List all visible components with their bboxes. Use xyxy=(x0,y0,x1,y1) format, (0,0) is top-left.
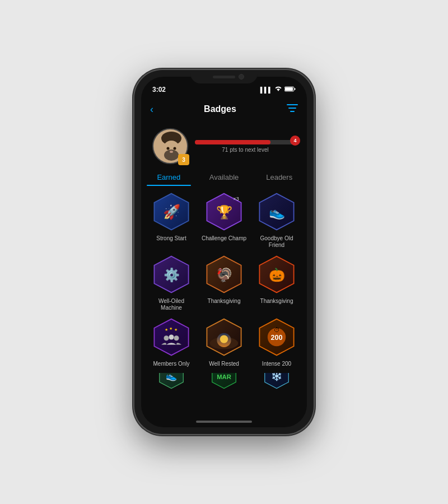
notch xyxy=(190,70,258,83)
tab-bar: Earned Available Leaders xyxy=(141,169,307,186)
badge-strong-start-label: Strong Start xyxy=(156,235,186,242)
svg-text:×3: ×3 xyxy=(233,196,239,202)
progress-text: 71 pts to next level xyxy=(195,147,296,153)
wifi-icon xyxy=(274,86,282,93)
badge-intense-200-label: Intense 200 xyxy=(262,361,291,367)
badge-strong-start[interactable]: 🚀 Strong Start xyxy=(148,192,195,249)
badge-well-oiled-machine-label: Well-Oiled Machine xyxy=(148,298,195,311)
svg-text:🚀: 🚀 xyxy=(163,203,181,221)
svg-rect-1 xyxy=(285,87,293,91)
badge-well-oiled-machine[interactable]: ⚙️ Well-Oiled Machine xyxy=(148,254,195,311)
tab-available[interactable]: Available xyxy=(197,173,252,186)
svg-rect-5 xyxy=(290,111,295,112)
svg-text:★: ★ xyxy=(169,326,172,331)
badge-winged-shoe[interactable]: 👟 xyxy=(148,373,195,401)
badge-challenge-champ-label: Challenge Champ xyxy=(202,235,246,242)
svg-rect-4 xyxy=(288,108,296,109)
home-bar xyxy=(196,421,252,423)
svg-text:🎃: 🎃 xyxy=(269,267,286,283)
svg-text:200: 200 xyxy=(270,334,282,342)
battery-icon xyxy=(284,86,296,93)
level-badge: 3 xyxy=(178,154,189,165)
app-header: ‹ Badges xyxy=(141,97,307,122)
phone-frame: 3:02 ▌▌▌ ‹ Badges xyxy=(134,70,314,434)
status-time: 3:02 xyxy=(152,86,166,94)
badges-grid: 🚀 Strong Start xyxy=(148,192,300,401)
badge-well-rested-label: Well Rested xyxy=(209,361,239,367)
badge-snowflake[interactable]: ❄️ xyxy=(253,373,300,401)
svg-text:⏱: ⏱ xyxy=(274,326,280,333)
svg-point-36 xyxy=(220,335,228,343)
phone-screen: 3:02 ▌▌▌ ‹ Badges xyxy=(141,77,307,427)
badge-thanksgiving-2-label: Thanksgiving xyxy=(260,298,293,305)
badge-goodbye-old-friend-label: Goodbye Old Friend xyxy=(253,235,300,249)
badge-well-rested[interactable]: Well Rested xyxy=(200,317,248,367)
back-button[interactable]: ‹ xyxy=(150,104,153,115)
profile-section: 3 4 71 pts to next level xyxy=(141,122,307,169)
signal-icon: ▌▌▌ xyxy=(260,87,272,93)
svg-point-11 xyxy=(174,147,176,150)
svg-point-32 xyxy=(174,335,179,340)
svg-text:👟: 👟 xyxy=(166,373,178,382)
badge-thanksgiving-1[interactable]: 🦃 Thanksgiving xyxy=(200,254,248,311)
status-icons: ▌▌▌ xyxy=(260,86,296,93)
badge-thanksgiving-1-label: Thanksgiving xyxy=(208,298,241,305)
badge-members-only-label: Members Only xyxy=(153,361,189,367)
badge-intense-200[interactable]: 200 ⏱ Intense 200 xyxy=(253,317,300,367)
progress-section: 4 71 pts to next level xyxy=(195,140,296,153)
svg-point-30 xyxy=(164,335,169,340)
tab-earned[interactable]: Earned xyxy=(141,173,197,186)
svg-rect-2 xyxy=(295,88,296,90)
svg-text:🦃: 🦃 xyxy=(216,267,233,283)
svg-text:★: ★ xyxy=(174,327,178,332)
badge-thanksgiving-2[interactable]: 🎃 Thanksgiving xyxy=(253,254,300,311)
badge-members-only[interactable]: ★ ★ ★ Members Only xyxy=(148,317,195,367)
svg-text:★: ★ xyxy=(165,327,168,332)
svg-text:⚙️: ⚙️ xyxy=(164,267,180,283)
svg-point-31 xyxy=(169,335,174,340)
badges-container[interactable]: 🚀 Strong Start xyxy=(141,186,307,416)
svg-rect-3 xyxy=(287,104,298,105)
progress-bar: 4 xyxy=(195,140,296,144)
tab-leaders[interactable]: Leaders xyxy=(251,173,307,186)
badge-challenge-champ[interactable]: 🏆 ×3 Challenge Champ xyxy=(200,192,248,249)
svg-text:❄️: ❄️ xyxy=(271,373,283,382)
filter-button[interactable] xyxy=(287,104,298,114)
home-indicator xyxy=(141,416,307,427)
svg-point-10 xyxy=(167,147,170,150)
speaker xyxy=(213,76,235,78)
page-title: Badges xyxy=(204,104,236,114)
svg-text:MAR: MAR xyxy=(217,374,231,380)
progress-fill xyxy=(195,140,270,144)
badge-marathon[interactable]: MAR xyxy=(200,373,248,401)
svg-text:🏆: 🏆 xyxy=(216,204,233,220)
badge-goodbye-old-friend[interactable]: 👟 Goodbye Old Friend xyxy=(253,192,300,249)
svg-point-12 xyxy=(170,151,173,153)
svg-text:👟: 👟 xyxy=(269,204,286,220)
avatar-container: 3 xyxy=(152,128,188,164)
progress-notification: 4 xyxy=(290,136,300,146)
camera xyxy=(239,74,244,80)
